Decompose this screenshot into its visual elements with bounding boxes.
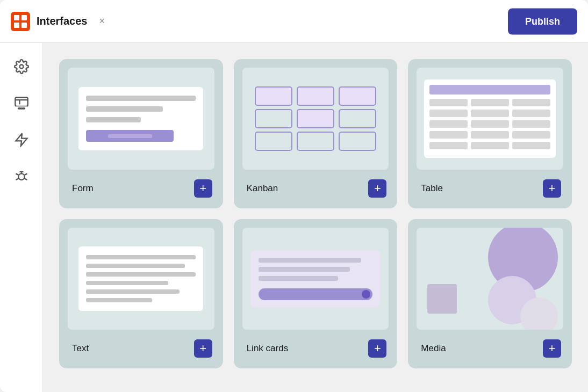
kanban-preview xyxy=(249,81,381,156)
add-link-cards-button[interactable]: + xyxy=(368,339,386,358)
table-cell xyxy=(429,99,468,106)
form-button-preview xyxy=(86,130,174,142)
kanban-cell xyxy=(297,109,334,128)
text-line xyxy=(86,281,168,285)
app-title: Interfaces xyxy=(37,15,88,27)
table-cell xyxy=(429,110,468,117)
kanban-cell xyxy=(339,132,376,151)
bug-icon xyxy=(14,169,29,184)
sidebar-item-bug[interactable] xyxy=(11,165,32,187)
table-cell xyxy=(512,142,550,149)
text-line xyxy=(86,272,196,277)
kanban-cell xyxy=(255,86,292,106)
card-label-text: Text xyxy=(72,343,89,354)
kanban-col-3 xyxy=(339,86,376,151)
text-line xyxy=(86,298,152,302)
card-label-form: Form xyxy=(72,183,94,194)
add-form-button[interactable]: + xyxy=(194,179,212,198)
svg-point-11 xyxy=(18,173,25,180)
card-label-table: Table xyxy=(421,183,443,194)
table-cell xyxy=(471,110,509,117)
svg-line-17 xyxy=(24,179,27,180)
svg-line-14 xyxy=(16,173,18,175)
card-footer-media: Media + xyxy=(417,337,563,360)
text-line xyxy=(86,289,179,294)
kanban-cell xyxy=(297,86,334,106)
form-button-line xyxy=(108,134,152,138)
main-content: Form + xyxy=(0,43,588,392)
template-card-link-cards[interactable]: Link cards + xyxy=(234,219,398,368)
media-circle-3 xyxy=(520,297,558,330)
table-header-row xyxy=(429,85,550,95)
sidebar xyxy=(0,43,43,392)
close-tab-icon[interactable]: × xyxy=(99,16,105,27)
kanban-cell xyxy=(255,109,292,128)
media-rect xyxy=(427,284,457,314)
table-cell xyxy=(512,99,550,106)
text-preview xyxy=(78,246,203,311)
form-preview xyxy=(78,87,203,150)
kanban-cell xyxy=(297,132,334,151)
card-preview-kanban xyxy=(242,68,389,170)
template-card-text[interactable]: Text + xyxy=(59,219,223,368)
add-media-button[interactable]: + xyxy=(543,339,561,358)
template-card-kanban[interactable]: Kanban + xyxy=(234,59,398,208)
card-footer-link-cards: Link cards + xyxy=(242,337,389,360)
card-preview-form xyxy=(68,68,214,170)
kanban-cell xyxy=(339,109,376,128)
svg-rect-2 xyxy=(21,15,27,20)
svg-rect-7 xyxy=(18,107,25,110)
content-area: Form + xyxy=(43,43,588,392)
link-preview xyxy=(251,250,380,308)
table-preview xyxy=(424,79,556,158)
card-footer-kanban: Kanban + xyxy=(242,177,389,200)
link-line xyxy=(259,276,338,281)
table-body-row xyxy=(429,142,550,149)
table-cell xyxy=(512,131,550,139)
add-table-button[interactable]: + xyxy=(543,179,561,198)
link-line xyxy=(259,267,350,272)
kanban-col-2 xyxy=(297,86,334,151)
table-cell xyxy=(429,120,468,128)
svg-point-5 xyxy=(19,65,23,69)
card-preview-link-cards xyxy=(242,228,389,330)
template-card-form[interactable]: Form + xyxy=(59,59,223,208)
card-label-link-cards: Link cards xyxy=(247,343,288,354)
card-preview-table xyxy=(417,68,563,170)
text-line xyxy=(86,264,184,268)
sidebar-item-layout[interactable] xyxy=(11,92,32,114)
card-footer-text: Text + xyxy=(68,337,214,360)
sidebar-item-lightning[interactable] xyxy=(11,129,32,150)
table-cell xyxy=(471,131,509,139)
form-line xyxy=(86,117,141,122)
table-cell xyxy=(471,120,509,128)
app-logo-icon xyxy=(11,12,30,31)
svg-line-16 xyxy=(16,179,18,180)
card-preview-media xyxy=(417,228,563,330)
title-bar: Interfaces × Publish xyxy=(0,0,588,43)
add-kanban-button[interactable]: + xyxy=(368,179,386,198)
svg-rect-4 xyxy=(21,23,27,28)
svg-rect-8 xyxy=(16,106,27,107)
table-cell xyxy=(471,142,509,149)
table-body-row xyxy=(429,120,550,128)
link-line xyxy=(259,258,361,263)
table-cell xyxy=(512,110,550,117)
svg-line-15 xyxy=(24,173,27,175)
title-bar-left: Interfaces × xyxy=(11,12,105,31)
link-dot xyxy=(362,290,370,299)
table-cell xyxy=(512,120,550,128)
kanban-cell xyxy=(255,132,292,151)
svg-rect-3 xyxy=(14,23,19,28)
sidebar-item-settings[interactable] xyxy=(11,56,32,77)
add-text-button[interactable]: + xyxy=(194,339,212,358)
card-footer-form: Form + xyxy=(68,177,214,200)
kanban-col-1 xyxy=(255,86,292,151)
card-label-media: Media xyxy=(421,343,446,354)
media-preview xyxy=(417,228,563,330)
card-preview-text xyxy=(68,228,214,330)
template-card-table[interactable]: Table + xyxy=(408,59,572,208)
link-footer-bar xyxy=(259,288,372,300)
publish-button[interactable]: Publish xyxy=(508,8,577,34)
template-card-media[interactable]: Media + xyxy=(408,219,572,368)
